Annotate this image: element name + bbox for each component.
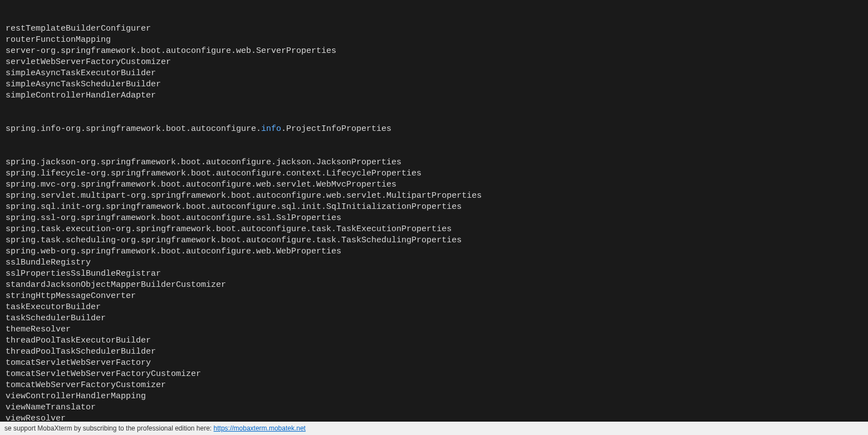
terminal-line: simpleControllerHandlerAdapter: [6, 90, 862, 101]
terminal-line: tomcatServletWebServerFactoryCustomizer: [6, 369, 862, 380]
terminal-line: spring.ssl-org.springframework.boot.auto…: [6, 213, 862, 224]
terminal-line: taskSchedulerBuilder: [6, 313, 862, 324]
terminal-line: sslPropertiesSslBundleRegistrar: [6, 268, 862, 280]
terminal-line: server-org.springframework.boot.autoconf…: [6, 46, 862, 57]
terminal-line: threadPoolTaskSchedulerBuilder: [6, 346, 862, 358]
terminal-line: tomcatWebServerFactoryCustomizer: [6, 380, 862, 391]
terminal-line: spring.task.scheduling-org.springframewo…: [6, 235, 862, 246]
terminal-line: simpleAsyncTaskExecutorBuilder: [6, 68, 862, 79]
terminal-line: standardJacksonObjectMapperBuilderCustom…: [6, 280, 862, 291]
terminal-line: spring.info-org.springframework.boot.aut…: [6, 124, 862, 135]
footer-bar: se support MobaXterm by subscribing to t…: [0, 422, 868, 435]
terminal-output[interactable]: restTemplateBuilderConfigurerrouterFunct…: [6, 0, 862, 435]
terminal-line: viewControllerHandlerMapping: [6, 391, 862, 402]
highlighted-text: info: [261, 124, 281, 134]
terminal-line: spring.mvc-org.springframework.boot.auto…: [6, 179, 862, 190]
terminal-text: .ProjectInfoProperties: [281, 124, 391, 134]
terminal-line: spring.web-org.springframework.boot.auto…: [6, 246, 862, 257]
terminal-line: viewNameTranslator: [6, 402, 862, 413]
terminal-line: themeResolver: [6, 324, 862, 335]
terminal-line: spring.lifecycle-org.springframework.boo…: [6, 168, 862, 179]
terminal-line: taskExecutorBuilder: [6, 302, 862, 313]
terminal-line: servletWebServerFactoryCustomizer: [6, 57, 862, 68]
footer-text: se support MobaXterm by subscribing to t…: [4, 424, 214, 432]
terminal-line: threadPoolTaskExecutorBuilder: [6, 335, 862, 346]
terminal-line: sslBundleRegistry: [6, 257, 862, 268]
terminal-text: spring.info-org.springframework.boot.aut…: [6, 124, 261, 134]
terminal-line: simpleAsyncTaskSchedulerBuilder: [6, 79, 862, 90]
terminal-line: tomcatServletWebServerFactory: [6, 358, 862, 369]
terminal-line: restTemplateBuilderConfigurer: [6, 23, 862, 35]
terminal-line: spring.task.execution-org.springframewor…: [6, 224, 862, 235]
terminal-line: routerFunctionMapping: [6, 35, 862, 46]
terminal-line: spring.servlet.multipart-org.springframe…: [6, 190, 862, 202]
terminal-line: spring.jackson-org.springframework.boot.…: [6, 157, 862, 168]
terminal-line: spring.sql.init-org.springframework.boot…: [6, 202, 862, 213]
terminal-line: stringHttpMessageConverter: [6, 291, 862, 302]
footer-link[interactable]: https://mobaxterm.mobatek.net: [214, 424, 306, 432]
